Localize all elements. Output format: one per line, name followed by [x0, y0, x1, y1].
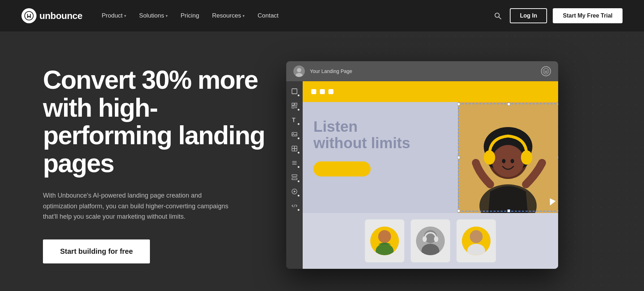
nav-item-product[interactable]: Product ▾ [97, 9, 131, 22]
hero-content: Convert 30% more with high-performing la… [43, 66, 265, 263]
toolbar-image-button[interactable] [288, 128, 301, 141]
svg-rect-14 [296, 107, 297, 108]
canvas-dot-1 [311, 89, 316, 94]
svg-point-37 [502, 159, 506, 163]
svg-line-2 [499, 17, 501, 19]
login-button[interactable]: Log In [510, 8, 547, 23]
svg-line-29 [294, 204, 295, 207]
selection-handle-tr [557, 103, 558, 106]
toolbar-widget-button[interactable] [288, 142, 301, 155]
header-right: Log In Start My Free Trial [491, 8, 623, 23]
toolbar-dot [298, 123, 299, 125]
start-trial-button[interactable]: Start My Free Trial [553, 8, 623, 23]
logo[interactable]: unbounce [21, 8, 82, 23]
nav-item-resources[interactable]: Resources ▾ [207, 9, 250, 22]
svg-rect-12 [296, 106, 297, 107]
svg-point-6 [543, 68, 549, 74]
toolbar-text-button[interactable]: T [288, 113, 301, 126]
editor-avatar [293, 66, 305, 77]
selection-handle-mr [557, 156, 558, 159]
svg-rect-11 [295, 106, 296, 107]
canvas-dot-3 [328, 89, 333, 94]
canvas-footer [303, 213, 558, 269]
editor-window: Your Landing Page [286, 61, 558, 269]
svg-rect-13 [295, 107, 296, 108]
svg-point-36 [492, 145, 524, 177]
editor-mockup: Your Landing Page [286, 61, 623, 269]
canvas-text-area: Listen without limits [303, 102, 458, 213]
profile-card-3 [457, 219, 496, 262]
svg-rect-18 [292, 146, 294, 149]
logo-text: unbounce [39, 10, 82, 21]
editor-toolbar: T [286, 81, 303, 269]
nav-item-contact[interactable]: Contact [253, 9, 284, 22]
avatar-circle-3 [462, 227, 491, 255]
hero-description: With Unbounce's AI-powered landing page … [43, 190, 236, 222]
canvas-headline: Listen without limits [313, 118, 447, 151]
selection-handle-tl [457, 103, 460, 106]
nav-item-pricing[interactable]: Pricing [176, 9, 204, 22]
toolbar-dot [298, 109, 299, 111]
svg-rect-16 [292, 132, 297, 136]
toolbar-qr-button[interactable] [288, 99, 301, 112]
canvas-dot-2 [320, 89, 325, 94]
toolbar-dot [298, 180, 299, 182]
toolbar-dot [298, 152, 299, 154]
canvas-person-illustration [462, 102, 555, 213]
svg-rect-20 [292, 149, 294, 151]
toolbar-dot [298, 166, 299, 168]
svg-marker-28 [294, 190, 296, 193]
header-left: unbounce Product ▾ Solutions ▾ Pricing R… [21, 8, 284, 23]
editor-logo-icon [541, 66, 551, 76]
toolbar-dot [298, 94, 299, 96]
svg-point-39 [484, 150, 495, 165]
toolbar-dot [298, 195, 299, 197]
editor-canvas: Listen without limits [303, 81, 558, 269]
profile-card-1 [365, 219, 404, 262]
hero-title: Convert 30% more with high-performing la… [43, 66, 265, 178]
avatar-circle-2 [416, 227, 445, 255]
editor-body: T [286, 81, 558, 269]
svg-rect-21 [294, 149, 297, 151]
selection-handle-br [557, 209, 558, 212]
canvas-image-area [458, 102, 558, 213]
svg-rect-8 [292, 103, 294, 105]
editor-titlebar: Your Landing Page [286, 61, 558, 81]
svg-point-4 [297, 68, 301, 72]
logo-icon [21, 8, 36, 23]
svg-rect-9 [295, 103, 297, 105]
avatar-circle-1 [370, 227, 399, 255]
profile-card-2 [411, 219, 450, 262]
svg-rect-10 [292, 106, 294, 108]
canvas-cta-button[interactable] [313, 161, 371, 176]
canvas-image-bg [458, 102, 558, 213]
toolbar-dot [298, 209, 299, 211]
svg-rect-25 [292, 175, 297, 176]
toolbar-box-button[interactable] [288, 85, 301, 98]
svg-rect-19 [294, 146, 297, 149]
svg-point-40 [521, 150, 532, 165]
canvas-main: Listen without limits [303, 102, 558, 213]
header: unbounce Product ▾ Solutions ▾ Pricing R… [0, 0, 644, 31]
toolbar-section-button[interactable] [288, 171, 301, 184]
toolbar-video-button[interactable] [288, 185, 301, 198]
toolbar-dot [298, 137, 299, 139]
canvas-header-strip [303, 81, 558, 102]
svg-point-50 [470, 230, 483, 243]
hero-section: Convert 30% more with high-performing la… [0, 31, 644, 291]
svg-point-42 [378, 230, 391, 243]
svg-rect-26 [292, 178, 297, 180]
svg-text:T: T [292, 117, 296, 123]
chevron-down-icon: ▾ [166, 14, 168, 18]
start-building-button[interactable]: Start building for free [43, 239, 150, 263]
toolbar-code-button[interactable] [288, 199, 301, 212]
chevron-down-icon: ▾ [243, 14, 245, 18]
editor-page-name: Your Landing Page [310, 68, 536, 74]
svg-point-48 [434, 236, 438, 242]
main-nav: Product ▾ Solutions ▾ Pricing Resources … [97, 9, 283, 22]
svg-point-47 [423, 236, 427, 242]
toolbar-list-button[interactable] [288, 156, 301, 169]
svg-rect-7 [292, 89, 297, 94]
search-button[interactable] [491, 9, 504, 22]
nav-item-solutions[interactable]: Solutions ▾ [134, 9, 173, 22]
